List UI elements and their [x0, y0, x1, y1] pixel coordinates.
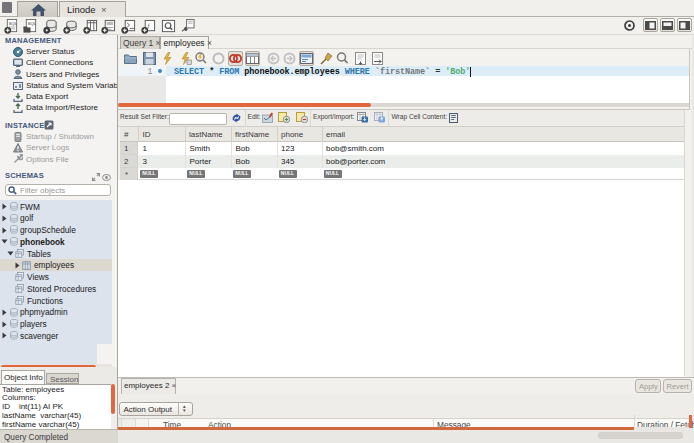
- svg-text:SQL: SQL: [8, 20, 17, 25]
- svg-text:SQL: SQL: [27, 20, 36, 25]
